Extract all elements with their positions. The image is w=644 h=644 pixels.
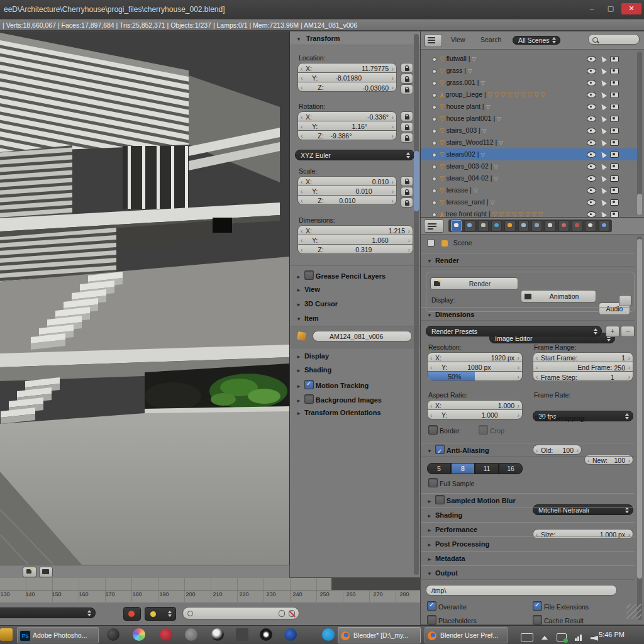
outliner-row[interactable]: ▽ stears_003-02 | ▽ (421, 160, 637, 172)
expand-dot[interactable] (432, 117, 436, 121)
dimensions-z-field[interactable]: Z:0.319 (297, 244, 413, 254)
panel-header-metadata[interactable]: ►Metadata (421, 551, 635, 565)
taskbar-app-icon[interactable] (133, 628, 145, 641)
menu-view[interactable]: View (451, 36, 465, 43)
object-name[interactable]: grass.001 (447, 79, 475, 86)
signal-icon[interactable] (575, 632, 582, 643)
taskbar-blender-prefs-button[interactable]: Blender User Pref... (425, 627, 508, 643)
expand-dot[interactable] (432, 201, 436, 205)
expand-dot[interactable] (432, 153, 436, 157)
visibility-eye-icon[interactable] (587, 68, 596, 74)
timeline-mode-dropdown[interactable] (0, 608, 96, 618)
location-y-field[interactable]: Y:-8.01980 (297, 72, 397, 82)
selectable-cursor-icon[interactable] (599, 187, 607, 194)
selectable-cursor-icon[interactable] (599, 115, 607, 123)
samples-11-button[interactable]: 11 (475, 463, 499, 474)
samples-8-button[interactable]: 8 (451, 463, 475, 474)
lock-location-x[interactable] (401, 63, 413, 73)
outliner-row[interactable]: ▽ stairs_003 | ▽ (421, 125, 637, 136)
collapse-triangle-icon[interactable]: ► (296, 411, 301, 416)
collapse-triangle-icon[interactable]: ▼ (427, 313, 432, 318)
samples-16-button[interactable]: 16 (499, 463, 523, 474)
object-name[interactable]: flutwall (447, 55, 467, 62)
renderable-camera-icon[interactable] (610, 152, 619, 158)
expand-dot[interactable] (432, 93, 436, 97)
object-name[interactable]: stears_004-02 (447, 174, 489, 182)
tray-expand-icon[interactable] (541, 636, 548, 640)
expand-dot[interactable] (432, 165, 436, 169)
lock-rotation-x[interactable] (401, 111, 413, 121)
collapse-triangle-icon[interactable]: ► (296, 287, 301, 293)
tab-texture[interactable] (572, 220, 582, 231)
renderable-camera-icon[interactable] (610, 56, 619, 62)
panel-header-shading[interactable]: ►Shading (421, 508, 635, 522)
selectable-cursor-icon[interactable] (599, 103, 607, 111)
file-extensions-checkbox[interactable] (533, 601, 542, 611)
outliner-row[interactable]: Y tree front right | ▽ ▽ ▽ ▽ ▽ ▽ ▽ ▽ (421, 208, 637, 218)
collapse-triangle-icon[interactable]: ▼ (296, 36, 301, 42)
visibility-eye-icon[interactable] (587, 175, 596, 182)
rotation-mode-dropdown[interactable]: XYZ Euler (295, 150, 414, 160)
render-animation-icon[interactable] (39, 567, 53, 577)
object-name[interactable]: house plant (447, 103, 480, 110)
renderable-camera-icon[interactable] (610, 187, 619, 194)
taskbar-blender-button[interactable]: Blender* [D:\_my... (338, 627, 421, 643)
maximize-button[interactable]: ▢ (602, 3, 619, 14)
dimensions-x-field[interactable]: X:1.215 (297, 225, 413, 235)
section-item[interactable]: ▼Item (296, 314, 319, 322)
rotation-z-field[interactable]: Z:-9.386° (297, 130, 397, 140)
renderable-camera-icon[interactable] (610, 175, 619, 182)
network-icon[interactable] (557, 633, 567, 641)
taskbar-app-icon[interactable] (284, 628, 297, 641)
tab-world[interactable] (491, 220, 502, 231)
selectable-cursor-icon[interactable] (599, 79, 607, 87)
taskbar-app-icon[interactable] (260, 628, 272, 641)
grease-pencil-checkbox[interactable] (304, 270, 314, 280)
expand-dot[interactable] (432, 105, 436, 109)
location-z-field[interactable]: Z:-0.03060 (297, 82, 397, 92)
properties-scrollbar[interactable] (637, 236, 642, 620)
renderable-camera-icon[interactable] (610, 211, 619, 218)
object-name[interactable]: stears_003-02 (447, 162, 489, 170)
insert-keyframe-icon[interactable] (279, 610, 285, 617)
minimize-button[interactable]: – (584, 3, 600, 14)
tab-physics[interactable] (599, 220, 609, 231)
close-button[interactable]: ✕ (621, 3, 641, 14)
taskbar-app-icon[interactable] (107, 628, 119, 641)
selectable-cursor-icon[interactable] (599, 55, 607, 63)
overwrite-checkbox[interactable] (427, 601, 436, 611)
visibility-eye-icon[interactable] (587, 116, 596, 122)
object-name[interactable]: group_Liege (446, 91, 482, 98)
object-name-field[interactable]: AM124_081_v006 (313, 331, 412, 341)
sampled-motion-blur-checkbox[interactable] (435, 495, 445, 504)
lock-scale-y[interactable] (401, 187, 413, 197)
renderable-camera-icon[interactable] (610, 128, 619, 134)
timeline-ruler[interactable]: 130 140 150 160 170 180 190 200 210 220 … (0, 578, 420, 602)
outliner-row[interactable]: ▽ grass | ▽ (421, 65, 637, 77)
tab-object[interactable] (504, 220, 515, 231)
lock-location-z[interactable] (401, 84, 413, 94)
expand-dot[interactable] (432, 177, 436, 181)
selectable-cursor-icon[interactable] (599, 67, 607, 75)
taskbar-app-icon[interactable] (185, 628, 197, 641)
skype-icon[interactable] (322, 628, 335, 641)
panel-header-anti-aliasing[interactable]: ▼ Anti-Aliasing (421, 443, 635, 457)
background-images-checkbox[interactable] (304, 394, 314, 404)
selectable-cursor-icon[interactable] (599, 211, 607, 218)
tab-render[interactable] (451, 220, 462, 231)
outliner-row[interactable]: ▽ flutwall | ▽ (421, 53, 637, 65)
renderable-camera-icon[interactable] (610, 80, 619, 86)
tab-particles[interactable] (585, 220, 596, 231)
tab-render-layers[interactable] (464, 220, 475, 231)
lock-scale-x[interactable] (401, 176, 413, 186)
section-shading[interactable]: ►Shading (296, 366, 331, 374)
preset-add-button[interactable]: + (606, 326, 619, 337)
outliner-row[interactable]: ▽ grass.001 | ▽ (421, 77, 637, 89)
collapse-triangle-icon[interactable]: ► (427, 528, 432, 533)
rotation-x-field[interactable]: X:-0.336° (297, 111, 397, 121)
selectable-cursor-icon[interactable] (599, 127, 607, 135)
outliner-search-field[interactable] (588, 34, 640, 45)
selectable-cursor-icon[interactable] (599, 199, 607, 206)
section-motion-tracking[interactable]: ► Motion Tracking (296, 380, 369, 389)
lock-location-y[interactable] (401, 74, 413, 84)
